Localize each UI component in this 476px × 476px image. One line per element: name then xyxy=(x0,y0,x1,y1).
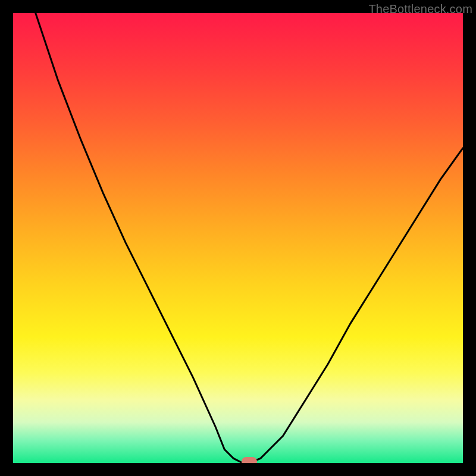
watermark-text: TheBottleneck.com xyxy=(368,2,472,16)
chart-stage: TheBottleneck.com xyxy=(0,0,476,476)
bottleneck-curve xyxy=(13,13,463,463)
optimal-point-marker xyxy=(242,457,257,463)
plot-area xyxy=(13,13,463,463)
